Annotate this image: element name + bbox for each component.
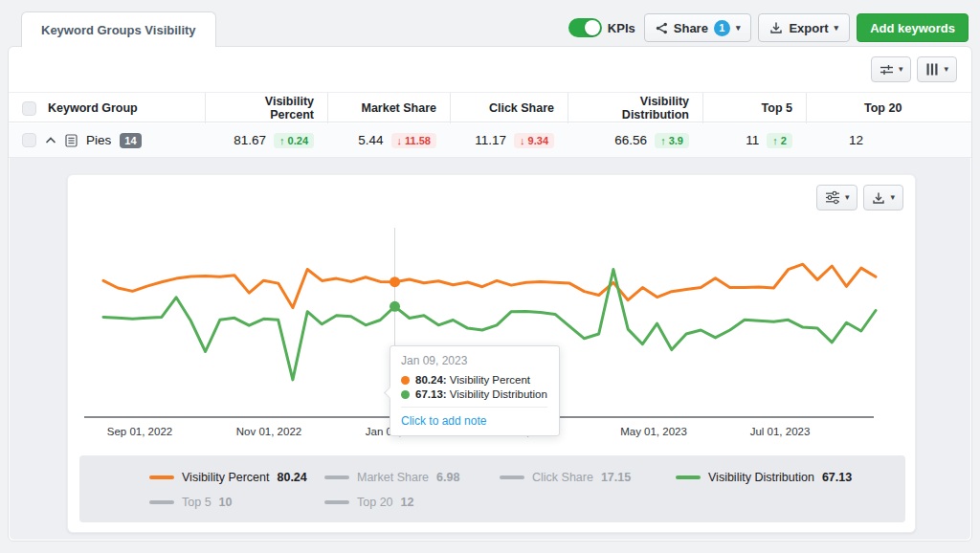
metric-click-share: 11.17 ↓ 9.34: [450, 133, 568, 148]
svg-text:Nov 01, 2022: Nov 01, 2022: [236, 426, 301, 437]
toggle-on-icon[interactable]: [568, 18, 602, 37]
metric-top-5: 11 ↑ 2: [702, 133, 806, 148]
header-visibility-percent: Visibility Percent: [205, 93, 327, 123]
chart-settings-button[interactable]: ▾: [816, 185, 858, 210]
header-top-20: Top 20: [806, 93, 971, 123]
keyword-list-icon: [65, 134, 78, 147]
orange-dot-icon: [401, 376, 410, 385]
metric-visibility-percent: 81.67 ↑ 0.24: [205, 133, 327, 148]
tab-label: Keyword Groups Visibility: [41, 23, 196, 37]
select-all-checkbox[interactable]: [22, 101, 36, 116]
tooltip-item-visibility-distribution: 67.13: Visibility Distribution: [401, 388, 547, 400]
svg-text:May 01, 2023: May 01, 2023: [620, 426, 687, 437]
caret-down-icon: ▾: [736, 24, 741, 33]
caret-down-icon: ▾: [845, 193, 850, 202]
legend-item-top-5[interactable]: Top 510: [149, 496, 233, 509]
tab-keyword-groups-visibility[interactable]: Keyword Groups Visibility: [21, 11, 216, 47]
legend-line-icon: [676, 476, 701, 479]
table-settings-button[interactable]: ▾: [871, 56, 912, 82]
download-icon: [769, 21, 783, 34]
svg-text:Sep 01, 2022: Sep 01, 2022: [107, 426, 172, 437]
expanded-chart-section: ▾ ▾ Sep 01, 2022Nov 01, 2022Jan 01, 2023…: [10, 158, 970, 540]
add-note-link[interactable]: Click to add note: [401, 407, 547, 428]
add-keywords-button[interactable]: Add keywords: [857, 13, 969, 42]
legend-item-visibility-percent[interactable]: Visibility Percent80.24: [149, 471, 307, 484]
caret-down-icon: ▾: [899, 65, 903, 74]
export-label: Export: [789, 21, 828, 35]
columns-icon: [925, 63, 939, 76]
tooltip-item-visibility-percent: 80.24: Visibility Percent: [401, 374, 547, 386]
legend-line-icon: [149, 500, 174, 504]
top-controls: KPIs Share 1 ▾ Export ▾ Add keywords: [568, 13, 969, 42]
chart-download-button[interactable]: ▾: [863, 185, 903, 210]
table-columns-button[interactable]: ▾: [917, 56, 957, 82]
keyword-group-cell: Pies 14: [9, 133, 205, 148]
keyword-count-badge: 14: [120, 133, 141, 148]
keyword-groups-card: ▾ ▾ Keyword Group Visibility Percent Mar…: [8, 46, 972, 542]
legend-line-icon: [500, 476, 524, 479]
legend-item-market-share[interactable]: Market Share6.98: [324, 471, 459, 484]
download-icon: [872, 191, 885, 205]
legend-line-icon: [324, 476, 349, 479]
header-click-share: Click Share: [450, 93, 568, 123]
change-badge-down: ↓ 11.58: [391, 133, 436, 148]
kpis-label: KPIs: [608, 21, 635, 35]
caret-down-icon: ▾: [835, 24, 839, 33]
change-badge-up: ↑ 2: [767, 133, 792, 148]
share-count-badge: 1: [714, 20, 730, 36]
metric-market-share: 5.44 ↓ 11.58: [327, 133, 450, 148]
caret-down-icon: ▾: [944, 65, 948, 74]
share-label: Share: [674, 21, 708, 35]
table-header: Keyword Group Visibility Percent Market …: [9, 92, 971, 122]
legend-item-top-20[interactable]: Top 2012: [324, 496, 413, 509]
header-visibility-distribution: Visibility Distribution: [568, 93, 702, 123]
kpis-toggle[interactable]: KPIs: [568, 18, 635, 37]
metric-visibility-distribution: 66.56 ↑ 3.9: [568, 133, 702, 148]
legend-item-visibility-distribution[interactable]: Visibility Distribution67.13: [676, 471, 852, 484]
row-checkbox[interactable]: [22, 133, 36, 147]
collapse-chevron-up-icon[interactable]: [45, 136, 56, 144]
change-badge-down: ↓ 9.34: [514, 133, 554, 148]
legend-line-icon: [324, 500, 349, 504]
header-top-5: Top 5: [702, 93, 806, 123]
chart-tooltip: Jan 09, 2023 80.24: Visibility Percent 6…: [390, 345, 560, 436]
share-button[interactable]: Share 1 ▾: [644, 13, 752, 42]
chart-controls: ▾ ▾: [816, 185, 903, 210]
chart-card: ▾ ▾ Sep 01, 2022Nov 01, 2022Jan 01, 2023…: [67, 174, 916, 533]
table-row[interactable]: Pies 14 81.67 ↑ 0.24 5.44 ↓ 11.58 11.17 …: [9, 123, 971, 158]
share-icon: [656, 22, 668, 34]
svg-text:Jul 01, 2023: Jul 01, 2023: [750, 426, 811, 437]
green-dot-icon: [401, 390, 410, 399]
header-keyword-group: Keyword Group: [9, 93, 205, 123]
keyword-group-name: Pies: [86, 133, 111, 147]
change-badge-up: ↑ 0.24: [274, 133, 314, 148]
metric-top-20: 12: [806, 133, 971, 147]
change-badge-up: ↑ 3.9: [655, 133, 689, 148]
table-toolbar: ▾ ▾: [871, 56, 957, 82]
sliders-icon: [880, 63, 894, 77]
mixer-sliders-icon: [825, 190, 840, 205]
chart-legend: Visibility Percent80.24 Market Share6.98…: [79, 455, 905, 522]
header-market-share: Market Share: [327, 93, 450, 123]
legend-item-click-share[interactable]: Click Share17.15: [500, 471, 631, 484]
legend-line-icon: [149, 476, 174, 479]
tooltip-date: Jan 09, 2023: [401, 354, 547, 367]
caret-down-icon: ▾: [890, 193, 895, 202]
export-button[interactable]: Export ▾: [758, 13, 850, 42]
